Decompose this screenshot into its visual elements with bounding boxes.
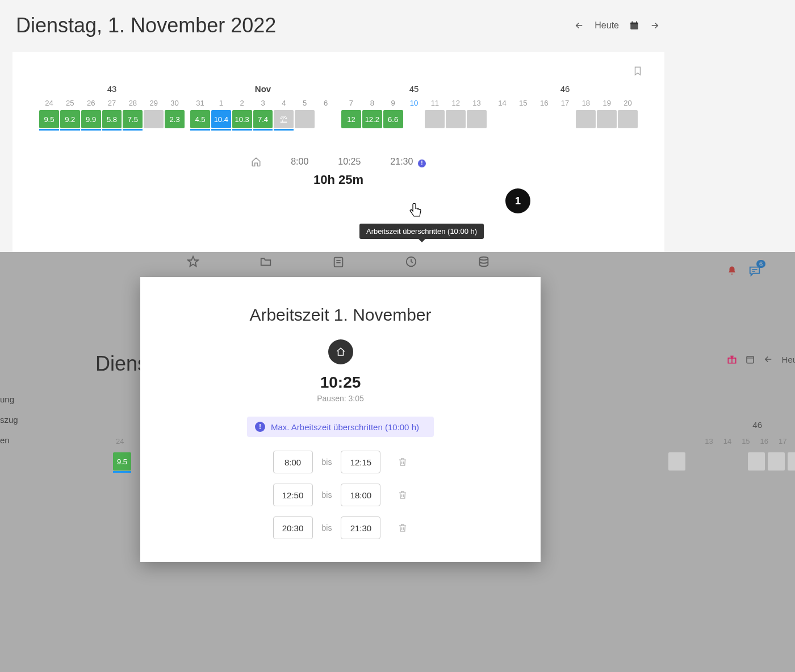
bis-label: bis (322, 523, 332, 532)
prev-arrow-icon[interactable] (574, 20, 584, 31)
day-cell[interactable]: 7.5 (123, 110, 143, 128)
weeks-row: 43242526272829309.59.29.95.87.52.3Nov311… (12, 84, 664, 131)
time-from-input[interactable]: 20:30 (273, 516, 313, 539)
trash-icon[interactable] (398, 457, 408, 467)
day-cell[interactable] (492, 110, 512, 128)
modal-total-time: 10:25 (163, 373, 518, 392)
behind-day-cell: 9.5 (113, 452, 131, 471)
warning-banner: ! Max. Arbeitszeit überschritten (10:00 … (247, 417, 434, 437)
time-from-input[interactable]: 12:50 (273, 484, 313, 506)
bis-label: bis (322, 457, 332, 467)
day-cell[interactable] (295, 110, 315, 128)
timeline-card: 43242526272829309.59.29.95.87.52.3Nov311… (12, 52, 664, 252)
time-entries: 8:00bis12:1512:50bis18:0020:30bis21:30 (163, 451, 518, 539)
heute-fragment: Heu (781, 355, 795, 364)
time-end: 21:30 ! (390, 157, 426, 167)
time-entry-row: 12:50bis18:00 (273, 484, 408, 506)
day-cell[interactable] (467, 110, 487, 128)
nav-controls: Heute (574, 20, 660, 31)
day-cell[interactable] (555, 110, 575, 128)
time-entry-row: 20:30bis21:30 (273, 516, 408, 539)
warning-icon[interactable]: ! (418, 159, 426, 167)
day-cell[interactable] (316, 110, 336, 128)
day-cell[interactable] (513, 110, 533, 128)
day-cell[interactable]: 10.3 (232, 110, 252, 128)
day-cell[interactable]: 4.5 (190, 110, 210, 128)
day-cell[interactable]: 5.8 (102, 110, 122, 128)
behind-week-46: 46 (752, 420, 762, 430)
time-mid: 10:25 (338, 157, 361, 167)
svg-rect-2 (632, 22, 633, 24)
day-cell[interactable]: 9.9 (81, 110, 101, 128)
next-arrow-icon[interactable] (650, 20, 660, 31)
day-cell[interactable] (618, 110, 638, 128)
gift-icon[interactable] (727, 354, 737, 364)
bottom-panel: 6 Diens Heu ung szug en 46 24 1314151617… (0, 252, 795, 672)
day-cell[interactable]: 9.2 (60, 110, 80, 128)
day-cell[interactable]: 2.3 (165, 110, 185, 128)
modal-title: Arbeitszeit 1. November (163, 305, 518, 325)
day-cell[interactable]: 10.4 (211, 110, 231, 128)
day-cell[interactable]: ⛱ (274, 110, 294, 128)
home-circle-icon[interactable] (328, 339, 353, 364)
time-summary: 8:00 10:25 21:30 ! 10h 25m (12, 157, 664, 187)
svg-rect-8 (747, 356, 754, 363)
calendar-icon[interactable] (629, 20, 639, 31)
modal-pauses: Pausen: 3:05 (163, 394, 518, 403)
trash-icon[interactable] (398, 490, 408, 500)
day-cell[interactable]: 9.5 (39, 110, 59, 128)
warning-dot-icon: ! (255, 422, 265, 432)
day-cell[interactable] (404, 110, 424, 128)
svg-rect-3 (636, 22, 637, 24)
behind-sidebar-fragments: ung szug en (0, 389, 18, 451)
worktime-modal: Arbeitszeit 1. November 10:25 Pausen: 3:… (140, 277, 541, 562)
page-title: Dienstag, 1. November 2022 (16, 14, 276, 37)
svg-rect-1 (630, 23, 638, 24)
day-cell[interactable] (425, 110, 445, 128)
day-cell[interactable] (446, 110, 466, 128)
time-to-input[interactable]: 18:00 (341, 484, 380, 506)
bis-label: bis (322, 490, 332, 499)
behind-nav-right: Heu (727, 354, 795, 364)
cursor-hand-icon (408, 203, 422, 220)
day-cell[interactable]: 12.2 (362, 110, 382, 128)
day-cell[interactable]: 6.6 (383, 110, 403, 128)
home-icon (251, 157, 261, 167)
annotation-badge-1: 1 (505, 188, 530, 213)
time-from-input[interactable]: 8:00 (273, 451, 313, 473)
time-total: 10h 25m (12, 173, 664, 187)
day-cell[interactable] (576, 110, 596, 128)
time-to-input[interactable]: 12:15 (341, 451, 380, 473)
overtime-tooltip: Arbeitszeit überschritten (10:00 h) (359, 224, 484, 239)
today-button[interactable]: Heute (595, 20, 619, 31)
time-to-input[interactable]: 21:30 (341, 516, 380, 539)
calendar-small-icon[interactable] (745, 354, 755, 364)
bookmark-icon[interactable] (633, 66, 643, 76)
day-cell[interactable]: 7.4 (253, 110, 273, 128)
day-cell[interactable] (534, 110, 554, 128)
day-cell[interactable] (144, 110, 164, 128)
top-panel: Dienstag, 1. November 2022 Heute 4324252… (0, 0, 677, 252)
warning-text: Max. Arbeitszeit überschritten (10:00 h) (271, 422, 419, 432)
day-cell[interactable]: 12 (341, 110, 361, 128)
time-entry-row: 8:00bis12:15 (273, 451, 408, 473)
trash-icon[interactable] (398, 523, 408, 533)
time-start: 8:00 (291, 157, 308, 167)
prev-arrow-icon[interactable] (763, 354, 773, 364)
day-cell[interactable] (597, 110, 617, 128)
